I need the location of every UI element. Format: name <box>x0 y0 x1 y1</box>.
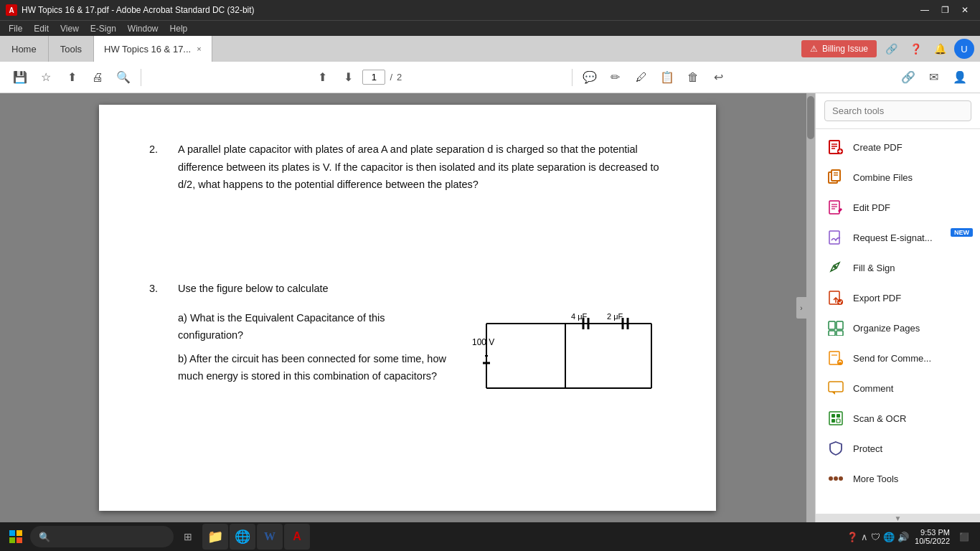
scan-ocr-label: Scan & OCR <box>853 413 906 424</box>
page-number-input[interactable]: 1 <box>362 70 385 85</box>
search-tools-box <box>816 93 980 129</box>
menu-help[interactable]: Help <box>164 22 194 35</box>
menu-bar: File Edit View E-Sign Window Help <box>0 20 980 36</box>
edge-button[interactable]: 🌐 <box>230 524 255 550</box>
circuit-diagram: 100 V 4 μF 2 μF <box>465 309 666 408</box>
right-panel-scrollbar[interactable]: ▼ <box>816 514 980 522</box>
tool-export-pdf[interactable]: Export PDF <box>816 283 980 313</box>
tool-fill-sign[interactable]: Fill & Sign <box>816 253 980 283</box>
panel-collapse-arrow[interactable]: › <box>796 297 806 319</box>
file-explorer-button[interactable]: 📁 <box>202 524 228 550</box>
svg-point-55 <box>829 476 833 481</box>
file-explorer-icon: 📁 <box>207 529 223 545</box>
comment-button[interactable]: 💬 <box>578 66 601 89</box>
tool-protect[interactable]: Protect <box>816 433 980 463</box>
page-navigation: 1 / 2 <box>362 70 402 85</box>
share-icon[interactable]: 🔗 <box>881 39 901 59</box>
link-button[interactable]: 🔗 <box>897 66 920 89</box>
q3-number: 3. <box>149 280 166 298</box>
app-icon: A <box>6 4 17 16</box>
start-button[interactable] <box>3 524 29 550</box>
tab-close-button[interactable]: × <box>197 44 201 53</box>
prev-page-button[interactable]: ⬆ <box>311 66 334 89</box>
svg-point-54 <box>834 476 838 481</box>
menu-edit[interactable]: Edit <box>28 22 55 35</box>
question-3-body: a) What is the Equivalent Capacitance of… <box>149 309 666 408</box>
toolbar-center: ⬆ ⬇ 1 / 2 <box>311 66 402 89</box>
bookmark-button[interactable]: ☆ <box>34 66 57 89</box>
svg-point-56 <box>839 476 843 481</box>
notification-icon[interactable]: 🔔 <box>930 39 950 59</box>
billing-issue-button[interactable]: ⚠ Billing Issue <box>801 40 877 57</box>
svg-rect-40 <box>829 321 835 329</box>
highlight-button[interactable]: 🖊 <box>630 66 653 89</box>
comment-icon <box>827 380 844 397</box>
scroll-thumb[interactable] <box>807 96 814 139</box>
upload-button[interactable]: ⬆ <box>60 66 83 89</box>
tab-tools[interactable]: Tools <box>49 36 94 62</box>
create-pdf-icon <box>827 138 844 156</box>
svg-rect-49 <box>829 412 842 425</box>
fill-sign-icon <box>827 259 844 276</box>
tool-more-tools[interactable]: More Tools <box>816 463 980 494</box>
acrobat-taskbar-button[interactable]: A <box>284 524 310 550</box>
q3-intro-text: Use the figure below to calculate <box>178 280 329 298</box>
tool-send-comment[interactable]: Send for Comme... <box>816 343 980 373</box>
restore-button[interactable]: ❐ <box>936 0 954 20</box>
title-bar-controls[interactable]: — ❐ ✕ <box>915 0 974 20</box>
user-button[interactable]: 👤 <box>948 66 971 89</box>
tab-document[interactable]: HW Topics 16 & 17... × <box>94 36 212 62</box>
minimize-button[interactable]: — <box>915 0 934 20</box>
menu-view[interactable]: View <box>55 22 85 35</box>
taskbar-time-display: 9:53 PM <box>915 528 950 537</box>
help-icon[interactable]: ❓ <box>905 39 925 59</box>
fill-sign-label: Fill & Sign <box>853 263 895 273</box>
notification-taskbar-button[interactable]: ⬛ <box>956 524 973 550</box>
security-tray-icon: 🛡 <box>871 532 880 542</box>
tool-comment[interactable]: Comment <box>816 373 980 403</box>
page-separator: / <box>390 72 392 83</box>
word-button[interactable]: W <box>257 524 283 550</box>
close-button[interactable]: ✕ <box>956 0 974 20</box>
taskbar-search[interactable]: 🔍 <box>30 526 174 547</box>
tools-list: Create PDF Combine Files Edit PDF <box>816 129 980 514</box>
organize-pages-icon <box>827 319 844 336</box>
delete-button[interactable]: 🗑 <box>682 66 705 89</box>
svg-rect-42 <box>829 331 835 336</box>
task-view-button[interactable]: ⊞ <box>175 524 201 550</box>
tab-home[interactable]: Home <box>0 36 49 62</box>
menu-file[interactable]: File <box>3 22 28 35</box>
avatar[interactable]: U <box>954 39 974 59</box>
vertical-scrollbar[interactable] <box>806 93 815 522</box>
taskbar-tray: ❓ ∧ 🛡 🌐 🔊 9:53 PM 10/5/2022 ⬛ <box>847 524 977 550</box>
stamp-button[interactable]: 📋 <box>656 66 679 89</box>
menu-esign[interactable]: E-Sign <box>85 22 122 35</box>
tool-combine-files[interactable]: Combine Files <box>816 162 980 192</box>
pencil-button[interactable]: ✏ <box>604 66 627 89</box>
tool-create-pdf[interactable]: Create PDF <box>816 132 980 162</box>
taskbar-clock[interactable]: 9:53 PM 10/5/2022 <box>912 527 953 547</box>
svg-rect-57 <box>9 530 15 536</box>
search-tools-input[interactable] <box>824 100 971 121</box>
request-esignature-label: Request E-signat... <box>853 232 933 243</box>
next-page-button[interactable]: ⬇ <box>336 66 359 89</box>
tool-organize-pages[interactable]: Organize Pages <box>816 313 980 343</box>
tool-scan-ocr[interactable]: Scan & OCR <box>816 403 980 433</box>
svg-rect-60 <box>17 537 22 543</box>
separator-2 <box>572 69 573 86</box>
search-button[interactable]: 🔍 <box>112 66 135 89</box>
send-comment-icon <box>827 349 844 367</box>
tool-request-esignature[interactable]: Request E-signat... NEW <box>816 222 980 253</box>
right-panel-collapse-arrow[interactable]: › <box>815 297 816 319</box>
menu-window[interactable]: Window <box>122 22 164 35</box>
tool-edit-pdf[interactable]: Edit PDF <box>816 192 980 222</box>
main-area: 2. A parallel plate capacitor with plate… <box>0 93 980 522</box>
save-button[interactable]: 💾 <box>9 66 32 89</box>
email-button[interactable]: ✉ <box>923 66 946 89</box>
system-icons[interactable]: ❓ ∧ 🛡 🌐 🔊 <box>847 532 909 542</box>
print-button[interactable]: 🖨 <box>86 66 109 89</box>
toolbar-right: 🔗 ✉ 👤 <box>897 66 971 89</box>
pdf-viewer[interactable]: 2. A parallel plate capacitor with plate… <box>0 93 815 522</box>
undo-button[interactable]: ↩ <box>707 66 730 89</box>
windows-logo-icon <box>9 529 23 544</box>
